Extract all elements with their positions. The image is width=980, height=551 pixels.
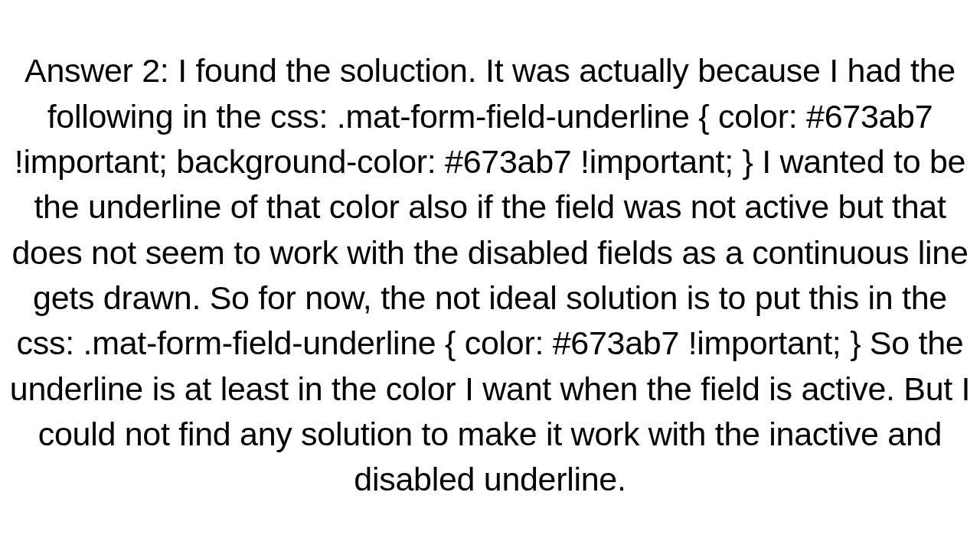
answer-text: Answer 2: I found the soluction. It was … [0,48,980,502]
